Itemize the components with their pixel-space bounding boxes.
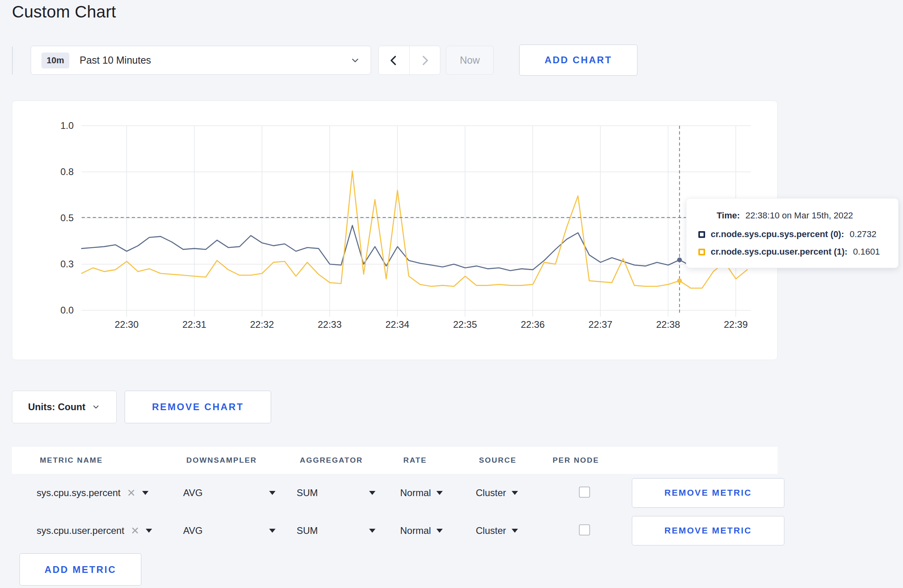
chevron-down-icon [92, 403, 100, 411]
header-aggregator: AGGREGATOR [297, 456, 400, 465]
clear-metric-icon[interactable]: ✕ [127, 488, 136, 498]
header-rate: RATE [400, 456, 476, 465]
downsampler-value: AVG [183, 487, 203, 498]
aggregator-value: SUM [297, 487, 318, 498]
prev-timeframe-button[interactable] [379, 46, 410, 74]
chart-tooltip: Time:22:38:10 on Mar 15th, 2022 cr.node.… [686, 198, 899, 268]
metric-row: sys.cpu.sys.percent ✕ AVG SUM Normal Clu… [12, 474, 778, 512]
next-timeframe-button[interactable] [410, 46, 440, 74]
time-range-select[interactable]: 10m Past 10 Minutes [31, 46, 371, 75]
rate-value: Normal [400, 487, 431, 498]
tooltip-series-name: cr.node.sys.cpu.sys.percent (0): [711, 229, 844, 239]
time-range-label: Past 10 Minutes [80, 55, 151, 66]
svg-text:1.0: 1.0 [61, 120, 74, 131]
dropdown-arrow-icon [369, 491, 375, 495]
svg-text:22:35: 22:35 [453, 319, 477, 330]
header-source: SOURCE [476, 456, 549, 465]
metric-row: sys.cpu.user.percent ✕ AVG SUM Normal Cl… [12, 512, 778, 549]
svg-text:22:31: 22:31 [182, 319, 206, 330]
add-metric-button[interactable]: ADD METRIC [20, 553, 141, 586]
aggregator-value: SUM [297, 525, 318, 536]
dropdown-arrow-icon [512, 491, 518, 495]
svg-text:22:30: 22:30 [115, 319, 139, 330]
svg-text:0.0: 0.0 [61, 305, 74, 315]
metric-name-select[interactable]: sys.cpu.user.percent ✕ [37, 525, 183, 536]
svg-text:22:37: 22:37 [588, 319, 612, 330]
custom-chart-page: Custom Chart 10m Past 10 Minutes Now ADD… [0, 0, 903, 588]
tooltip-series-name: cr.node.sys.cpu.user.percent (1): [711, 247, 848, 257]
toolbar-divider [12, 47, 13, 74]
dropdown-arrow-icon [269, 529, 276, 533]
svg-text:0.8: 0.8 [61, 166, 74, 177]
source-select[interactable]: Cluster [476, 525, 549, 536]
dropdown-arrow-icon [146, 529, 152, 533]
clear-metric-icon[interactable]: ✕ [131, 526, 139, 536]
chart-panel[interactable]: 0.00.30.50.81.022:3022:3122:3222:3322:34… [12, 101, 778, 360]
metric-name-value: sys.cpu.user.percent [37, 525, 124, 536]
aggregator-select[interactable]: SUM [297, 525, 375, 536]
units-select[interactable]: Units: Count [12, 391, 117, 423]
svg-text:22:39: 22:39 [724, 319, 748, 330]
timeframe-pager [378, 46, 440, 75]
dropdown-arrow-icon [512, 529, 518, 533]
metrics-table-header: METRIC NAME DOWNSAMPLER AGGREGATOR RATE … [12, 447, 778, 474]
dropdown-arrow-icon [269, 491, 276, 495]
svg-text:22:32: 22:32 [250, 319, 274, 330]
remove-metric-button[interactable]: REMOVE METRIC [632, 478, 784, 508]
downsampler-value: AVG [183, 525, 203, 536]
timeseries-chart[interactable]: 0.00.30.50.81.022:3022:3122:3222:3322:34… [12, 101, 778, 360]
rate-select[interactable]: Normal [400, 487, 476, 498]
source-select[interactable]: Cluster [476, 487, 549, 498]
svg-text:0.5: 0.5 [61, 212, 74, 223]
tooltip-time-value: 22:38:10 on Mar 15th, 2022 [745, 210, 853, 220]
page-title: Custom Chart [12, 2, 116, 21]
per-node-checkbox[interactable] [579, 487, 590, 498]
chevron-down-icon [350, 55, 360, 66]
metric-name-value: sys.cpu.sys.percent [37, 487, 121, 498]
header-per-node: PER NODE [549, 456, 619, 465]
tooltip-time-row: Time:22:38:10 on Mar 15th, 2022 [717, 210, 885, 221]
metric-name-select[interactable]: sys.cpu.sys.percent ✕ [37, 487, 183, 498]
tooltip-time-label: Time: [717, 210, 740, 220]
rate-select[interactable]: Normal [400, 525, 476, 536]
source-value: Cluster [476, 525, 506, 536]
downsampler-select[interactable]: AVG [183, 487, 276, 498]
remove-metric-button[interactable]: REMOVE METRIC [632, 516, 784, 545]
per-node-checkbox[interactable] [579, 524, 590, 535]
tooltip-series-value: 0.2732 [850, 229, 876, 239]
tooltip-series-sys: cr.node.sys.cpu.sys.percent (0): 0.2732 [698, 229, 885, 239]
aggregator-select[interactable]: SUM [297, 487, 375, 498]
svg-text:0.3: 0.3 [61, 259, 74, 269]
svg-text:22:38: 22:38 [656, 319, 680, 330]
svg-text:22:34: 22:34 [385, 319, 409, 330]
time-range-badge: 10m [41, 53, 69, 68]
chevron-left-icon [388, 55, 400, 66]
now-button[interactable]: Now [446, 46, 494, 75]
svg-text:22:33: 22:33 [318, 319, 342, 330]
dropdown-arrow-icon [142, 491, 149, 495]
downsampler-select[interactable]: AVG [183, 525, 276, 536]
dropdown-arrow-icon [369, 529, 375, 533]
units-label: Units: Count [28, 401, 86, 413]
svg-text:22:36: 22:36 [521, 319, 545, 330]
dropdown-arrow-icon [436, 491, 443, 495]
remove-chart-button[interactable]: REMOVE CHART [125, 391, 271, 423]
chevron-right-icon [419, 55, 431, 66]
header-metric-name: METRIC NAME [37, 456, 183, 465]
user-series-swatch-icon [698, 249, 705, 255]
rate-value: Normal [400, 525, 431, 536]
sys-series-swatch-icon [698, 231, 705, 238]
header-downsampler: DOWNSAMPLER [183, 456, 297, 465]
add-chart-button[interactable]: ADD CHART [519, 45, 637, 76]
tooltip-series-value: 0.1601 [853, 247, 880, 257]
source-value: Cluster [476, 487, 506, 498]
dropdown-arrow-icon [436, 529, 443, 533]
tooltip-series-user: cr.node.sys.cpu.user.percent (1): 0.1601 [698, 247, 885, 257]
